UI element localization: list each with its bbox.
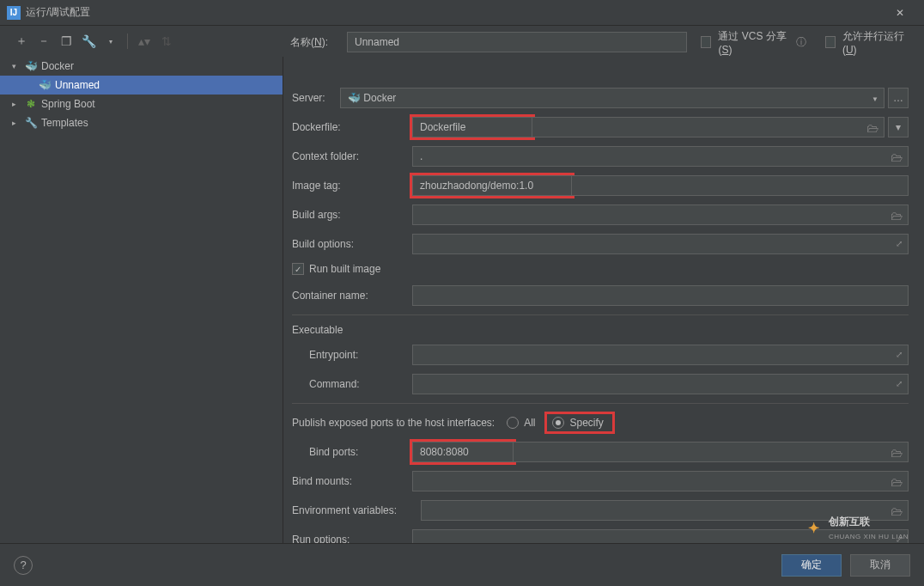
command-label: Command: <box>292 378 412 390</box>
close-button[interactable]: ✕ <box>883 0 917 26</box>
sort-icon: ⇅ <box>157 32 176 51</box>
tree-arrow-icon: ▾ <box>12 62 21 70</box>
radio-specify[interactable] <box>552 417 564 429</box>
folder-icon[interactable]: 🗁 <box>891 209 903 223</box>
folder-icon[interactable]: 🗁 <box>891 504 903 518</box>
entrypoint-label: Entrypoint: <box>292 349 412 361</box>
tree-docker[interactable]: ▾ 🐳 Docker <box>0 57 283 76</box>
share-vcs-label: 通过 VCS 分享(S) <box>718 29 789 56</box>
bind-ports-input-extra[interactable]: 🗁 <box>513 442 909 462</box>
docker-icon: 🐳 <box>348 92 361 104</box>
container-name-input[interactable] <box>412 285 909 306</box>
tree-label: Templates <box>41 117 88 129</box>
image-tag-label: Image tag: <box>292 180 412 192</box>
context-input[interactable]: . 🗁 <box>412 146 909 167</box>
env-input[interactable]: 🗁 <box>421 500 909 521</box>
server-select[interactable]: 🐳 Docker ▼ <box>340 88 884 108</box>
expand-icon[interactable]: ⤢ <box>896 534 903 543</box>
radio-all-label: All <box>524 417 535 429</box>
build-args-label: Build args: <box>292 209 412 221</box>
wrench-dropdown[interactable]: ▾ <box>101 32 120 51</box>
expand-icon[interactable]: ⤢ <box>896 350 903 359</box>
dockerfile-input[interactable]: Dockerfile <box>412 117 532 137</box>
add-icon[interactable]: ＋ <box>12 32 31 51</box>
bind-mounts-input[interactable]: 🗁 <box>412 471 909 491</box>
dockerfile-input-extra[interactable]: 🗁 <box>532 117 884 137</box>
help-icon[interactable]: ⓘ <box>796 35 806 50</box>
allow-parallel-label: 允许并行运行(U) <box>842 29 909 56</box>
share-vcs-checkbox[interactable] <box>701 36 711 48</box>
container-name-label: Container name: <box>292 290 412 302</box>
tree-label: Spring Boot <box>41 98 95 110</box>
run-built-image-label: Run built image <box>309 263 380 275</box>
tree-label: Unnamed <box>55 79 100 91</box>
name-label: 名称(N): <box>290 35 340 50</box>
tree-label: Docker <box>41 60 74 72</box>
allow-parallel-checkbox[interactable] <box>825 36 836 48</box>
name-input[interactable]: Unnamed <box>347 32 687 52</box>
expand-icon[interactable]: ⤢ <box>896 379 903 388</box>
template-icon: 🔧 <box>24 117 38 129</box>
config-tree: ▾ 🐳 Docker 🐳 Unnamed ▸ ❃ Spring Boot ▸ 🔧… <box>0 57 283 543</box>
copy-icon[interactable]: ❐ <box>57 32 76 51</box>
toolbar-separator <box>127 34 128 49</box>
run-built-image-checkbox[interactable] <box>292 263 304 275</box>
radio-specify-label: Specify <box>569 417 603 429</box>
build-options-input[interactable]: ⤢ <box>412 234 909 254</box>
up-down-icon[interactable]: ▴▾ <box>135 32 154 51</box>
bind-ports-label: Bind ports: <box>292 446 412 458</box>
cancel-button[interactable]: 取消 <box>850 554 910 577</box>
bind-ports-input[interactable]: 8080:8080 <box>412 442 514 462</box>
server-browse-button[interactable]: … <box>888 88 909 108</box>
ok-button[interactable]: 确定 <box>781 554 842 577</box>
tree-arrow-icon: ▸ <box>12 119 21 127</box>
dockerfile-dropdown[interactable]: ▾ <box>888 117 909 137</box>
expand-icon[interactable]: ⤢ <box>896 239 903 248</box>
executable-section-title: Executable <box>292 324 909 336</box>
context-label: Context folder: <box>292 150 412 162</box>
tree-spring-boot[interactable]: ▸ ❃ Spring Boot <box>0 95 283 113</box>
spring-icon: ❃ <box>24 98 38 110</box>
radio-all[interactable] <box>507 417 519 429</box>
chevron-down-icon: ▼ <box>872 95 878 103</box>
bottom-bar: ? 确定 取消 <box>0 543 924 586</box>
tree-unnamed[interactable]: 🐳 Unnamed <box>0 76 283 95</box>
tree-arrow-icon: ▸ <box>12 100 21 108</box>
window-title: 运行/调试配置 <box>26 5 90 20</box>
dockerfile-label: Dockerfile: <box>292 121 412 133</box>
build-args-input[interactable]: 🗁 <box>412 204 909 225</box>
config-form: Server: 🐳 Docker ▼ … Dockerfile: Dockerf… <box>283 57 924 543</box>
command-input[interactable]: ⤢ <box>412 374 909 394</box>
entrypoint-input[interactable]: ⤢ <box>412 345 909 365</box>
title-bar: IJ 运行/调试配置 ✕ <box>0 0 924 26</box>
divider <box>292 403 909 404</box>
folder-icon[interactable]: 🗁 <box>891 150 903 164</box>
image-tag-input-extra[interactable] <box>571 175 909 196</box>
bind-mounts-label: Bind mounts: <box>292 475 412 487</box>
docker-icon: 🐳 <box>24 60 38 72</box>
publish-ports-label: Publish exposed ports to the host interf… <box>292 417 495 429</box>
remove-icon[interactable]: － <box>34 32 53 51</box>
divider <box>292 314 909 315</box>
help-button[interactable]: ? <box>14 556 33 575</box>
docker-icon: 🐳 <box>38 79 52 91</box>
image-tag-input[interactable]: zhouzhaodong/demo:1.0 <box>412 175 572 196</box>
env-label: Environment variables: <box>292 504 421 516</box>
run-options-input[interactable]: ⤢ <box>412 529 909 543</box>
folder-icon[interactable]: 🗁 <box>866 121 878 135</box>
build-options-label: Build options: <box>292 238 412 250</box>
server-label: Server: <box>292 92 340 104</box>
run-options-label: Run options: <box>292 534 412 543</box>
folder-icon[interactable]: 🗁 <box>891 475 903 489</box>
folder-icon[interactable]: 🗁 <box>891 446 903 460</box>
app-icon: IJ <box>7 6 21 20</box>
wrench-icon[interactable]: 🔧 <box>79 32 98 51</box>
tree-templates[interactable]: ▸ 🔧 Templates <box>0 113 283 132</box>
